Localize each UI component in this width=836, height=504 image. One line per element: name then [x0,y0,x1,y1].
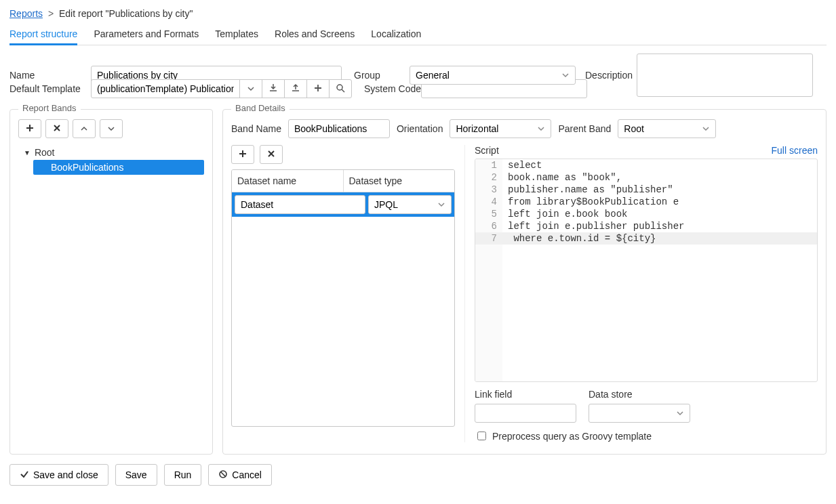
script-line: 7 where e.town.id = ${city} [475,232,817,245]
breadcrumb-separator: > [48,8,54,19]
dataset-name-input[interactable] [235,195,365,214]
bands-tree: ▼ Root BookPublications [18,145,204,175]
dataset-remove-button[interactable] [260,145,283,164]
band-move-up-button[interactable] [73,119,96,138]
chevron-down-icon [247,83,254,94]
template-search-button[interactable] [329,79,352,98]
tab-localization[interactable]: Localization [371,24,421,45]
tab-report-structure[interactable]: Report structure [9,24,77,45]
line-number: 7 [475,232,502,245]
default-template-input[interactable] [91,79,240,98]
check-icon [20,469,29,481]
script-label: Script [475,145,499,156]
parent-band-select[interactable]: Root [618,119,716,138]
full-screen-link[interactable]: Full screen [772,145,818,156]
line-number: 4 [475,196,502,208]
template-dropdown-button[interactable] [239,79,262,98]
breadcrumb: Reports > Edit report "Publications by c… [9,8,827,19]
template-download-button[interactable] [262,79,285,98]
save-and-close-button[interactable]: Save and close [9,464,108,486]
script-line: 4from library$BookPublication e [475,196,817,208]
link-field-input[interactable] [475,404,576,423]
preprocess-label: Preprocess query as Groovy template [492,431,652,442]
line-code: where e.town.id = ${city} [502,232,817,245]
tab-parameters-formats[interactable]: Parameters and Formats [94,24,199,45]
svg-point-0 [337,85,342,90]
report-bands-legend: Report Bands [18,103,81,113]
download-icon [268,83,278,95]
caret-up-icon [81,123,87,134]
script-line: 5left join e.book book [475,208,817,220]
line-number: 6 [475,220,502,232]
dataset-type-header[interactable]: Dataset type [343,170,455,192]
form: Name Group General Description Default T… [9,54,827,98]
script-line: 1select [475,159,817,171]
close-icon [52,123,62,135]
data-store-select[interactable] [589,404,690,423]
band-move-down-button[interactable] [100,119,123,138]
default-template-label: Default Template [9,83,91,94]
tabs: Report structure Parameters and Formats … [9,24,827,45]
cancel-label: Cancel [232,469,262,480]
dataset-type-select[interactable]: JPQL [368,195,452,214]
tab-roles-screens[interactable]: Roles and Screens [275,24,355,45]
script-line: 6left join e.publisher publisher [475,220,817,232]
plus-icon [25,123,35,135]
system-code-label: System Code [352,83,421,94]
dataset-name-header[interactable]: Dataset name [232,170,343,192]
search-icon [336,83,345,95]
script-editor[interactable]: 1select2book.name as "book",3publisher.n… [475,159,818,382]
tree-root-label: Root [35,147,55,158]
line-code: select [502,159,817,171]
tab-templates[interactable]: Templates [215,24,258,45]
plus-icon [313,83,323,95]
line-code: book.name as "book", [502,171,817,184]
orientation-select[interactable]: Horizontal [450,119,551,138]
report-bands-panel: Report Bands ▼ Root BookPublications [9,109,213,455]
line-code: left join e.publisher publisher [502,220,817,232]
script-line: 3publisher.name as "publisher" [475,184,817,196]
template-add-button[interactable] [306,79,330,98]
cancel-button[interactable]: Cancel [208,464,272,486]
orientation-label: Orientation [397,123,443,134]
tree-child-label: BookPublications [39,162,123,173]
close-icon [266,149,276,161]
tree-node-root[interactable]: ▼ Root [18,145,204,160]
plus-icon [238,149,247,161]
line-number: 1 [475,159,502,171]
save-button[interactable]: Save [115,464,157,486]
breadcrumb-current: Edit report "Publications by city" [59,8,193,19]
dataset-add-button[interactable] [231,145,254,164]
caret-down-icon [108,123,115,134]
dataset-row[interactable]: JPQL [232,192,454,217]
breadcrumb-root-link[interactable]: Reports [9,8,43,19]
band-details-legend: Band Details [231,103,290,113]
band-name-label: Band Name [231,123,281,134]
upload-icon [291,83,300,95]
preprocess-checkbox[interactable] [477,432,486,440]
caret-down-icon: ▼ [24,149,31,156]
tree-node-bookpublications[interactable]: BookPublications [33,160,204,175]
link-field-label: Link field [475,389,576,400]
band-name-input[interactable] [288,119,390,138]
line-number: 3 [475,184,502,196]
band-details-panel: Band Details Band Name Orientation Horiz… [222,109,827,455]
save-and-close-label: Save and close [33,469,98,480]
line-number: 2 [475,171,502,184]
bottom-bar: Save and close Save Run Cancel [9,464,827,486]
line-code: left join e.book book [502,208,817,220]
run-button[interactable]: Run [164,464,202,486]
parent-band-label: Parent Band [558,123,611,134]
data-store-label: Data store [589,389,690,400]
script-line: 2book.name as "book", [475,171,817,184]
band-remove-button[interactable] [45,119,68,138]
band-add-button[interactable] [18,119,41,138]
line-code: from library$BookPublication e [502,196,817,208]
template-upload-button[interactable] [284,79,307,98]
line-code: publisher.name as "publisher" [502,184,817,196]
dataset-table: Dataset name Dataset type JPQL [231,169,455,427]
ban-icon [218,469,228,481]
line-number: 5 [475,208,502,220]
group-select[interactable]: General [410,66,576,85]
